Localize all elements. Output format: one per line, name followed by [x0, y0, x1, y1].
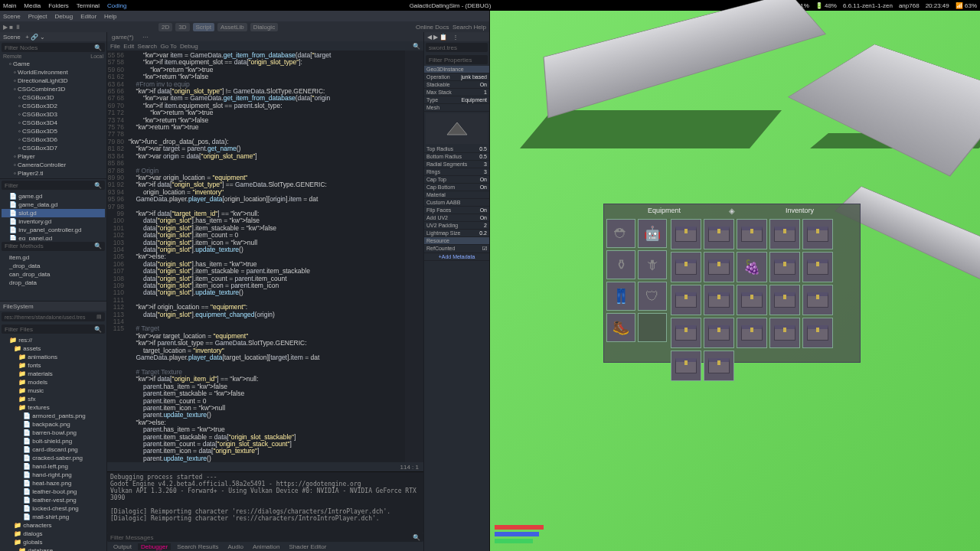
file-item[interactable]: 📄 leather-boot.png	[2, 487, 105, 496]
file-item[interactable]: 📄 mail-shirt.png	[2, 513, 105, 521]
script-tabs[interactable]: game(*)⋯	[107, 32, 423, 41]
scene-node[interactable]: ◦ Game	[2, 60, 105, 68]
inventory-slot[interactable]	[802, 318, 833, 348]
add-metadata-button[interactable]: + Add Metadata	[424, 253, 489, 261]
inspector-property[interactable]: Operationjunk based	[424, 73, 489, 81]
inspector-object[interactable]: sword.tres	[426, 43, 488, 52]
inventory-slot[interactable]	[802, 219, 833, 249]
scene-node[interactable]: ◦ CSGBox3D7	[2, 144, 105, 152]
inventory-slot[interactable]	[769, 285, 800, 315]
inspector-property[interactable]: Cap BottomOn	[424, 184, 489, 191]
file-item[interactable]: 📁 assets	[2, 344, 105, 353]
inventory-slot[interactable]	[704, 252, 734, 282]
equip-slot[interactable]: 🥾	[606, 313, 635, 342]
inspector-property[interactable]: Bottom Radius0.5	[424, 153, 489, 161]
scene-node[interactable]: ◦ CSGBox3D	[2, 93, 105, 102]
inspector-property[interactable]: Mesh	[424, 104, 489, 112]
running-game-window[interactable]: Equipment ◈ Inventory ⛑🤖⚱🗡👖🛡🥾 🍇	[490, 11, 980, 551]
scene-node[interactable]: ◦ Player2.tl	[2, 169, 105, 178]
inventory-slot[interactable]: 🍇	[737, 252, 767, 282]
minimap[interactable]	[405, 51, 423, 462]
equip-slot[interactable]: ⛑	[606, 219, 635, 248]
file-item[interactable]: 📁 models	[2, 378, 105, 386]
equip-slot[interactable]: 👖	[606, 282, 635, 311]
filter-nodes-input[interactable]: Filter Nodes🔍	[2, 43, 105, 52]
inventory-slot[interactable]	[704, 350, 734, 381]
help-links[interactable]: Online Docs Search Help	[416, 24, 486, 31]
file-item[interactable]: 📄 card-discard.png	[2, 445, 105, 454]
scene-node[interactable]: ◦ CSGCombiner3D	[2, 85, 105, 93]
file-item[interactable]: 📁 materials	[2, 370, 105, 378]
scene-node[interactable]: ◦ DirectionalLight3D	[2, 77, 105, 85]
equip-slot[interactable]: 🤖	[638, 219, 667, 248]
file-item[interactable]: 📁 dialogs	[2, 530, 105, 538]
inventory-slot[interactable]	[671, 318, 701, 348]
inventory-slot[interactable]	[802, 285, 833, 315]
equip-slot[interactable]: 🗡	[638, 250, 667, 279]
scene-node[interactable]: ◦ CSGBox3D2	[2, 102, 105, 110]
inspector-property[interactable]: Max Stack1	[424, 89, 489, 96]
script-item[interactable]: 📄 inventory.gd	[2, 217, 105, 226]
workspace-tabs[interactable]: 2D3DScriptAssetLibDialogic	[158, 23, 278, 31]
inspector-property[interactable]: Lightmap Size0.2	[424, 230, 489, 237]
file-item[interactable]: 📄 bolt-shield.png	[2, 437, 105, 445]
inspector-property[interactable]: StackableOn	[424, 81, 489, 89]
script-item[interactable]: 📄 slot.gd	[2, 209, 105, 217]
inspector-property[interactable]: Custom AABB	[424, 199, 489, 207]
scene-node[interactable]: ◦ WorldEnvironment	[2, 68, 105, 77]
scene-node[interactable]: ◦ CSGBox3D5	[2, 127, 105, 135]
file-item[interactable]: 📄 heat-haze.png	[2, 479, 105, 487]
method-list[interactable]: item.gd_drop_datacan_drop_datadrop_data	[0, 253, 106, 302]
inventory-slot[interactable]	[769, 318, 800, 348]
file-item[interactable]: 📄 backpack.png	[2, 420, 105, 429]
file-item[interactable]: 📄 locked-chest.png	[2, 504, 105, 513]
inventory-slot[interactable]	[769, 252, 800, 282]
fs-path[interactable]: res://themes/standalone/used.tres▤	[2, 312, 105, 321]
inspector-property[interactable]: UV2 Padding2	[424, 222, 489, 230]
inventory-slot[interactable]	[671, 252, 701, 282]
inventory-grid[interactable]: 🍇	[668, 217, 860, 383]
file-item[interactable]: 📄 cracked-saber.png	[2, 454, 105, 462]
inventory-slot[interactable]	[802, 252, 833, 282]
file-item[interactable]: 📁 music	[2, 386, 105, 395]
script-item[interactable]: 📄 inv_panel_controller.gd	[2, 226, 105, 234]
equip-slot[interactable]	[638, 313, 667, 342]
scene-node[interactable]: ◦ CSGBox3D4	[2, 119, 105, 127]
fs-filter-input[interactable]: Filter Files🔍	[2, 324, 105, 334]
scene-node[interactable]: ◦ Player	[2, 152, 105, 161]
inspector-property[interactable]: Cap TopOn	[424, 176, 489, 184]
inspector-property[interactable]: Radial Segments3	[424, 161, 489, 168]
file-item[interactable]: 📁 globals	[2, 538, 105, 546]
filter-methods-input[interactable]: Filter Methods🔍	[2, 242, 105, 251]
filter-scripts-input[interactable]: Filter🔍	[2, 181, 105, 190]
file-item[interactable]: 📁 animations	[2, 353, 105, 361]
file-item[interactable]: 📁 sfx	[2, 395, 105, 403]
filter-messages-input[interactable]: Filter Messages🔍	[107, 533, 423, 542]
equipment-grid[interactable]: ⛑🤖⚱🗡👖🛡🥾	[604, 217, 668, 383]
equip-slot[interactable]: ⚱	[606, 250, 635, 279]
file-item[interactable]: 📄 armored_pants.png	[2, 412, 105, 420]
run-buttons[interactable]: ▶ ■ ⏸	[3, 24, 21, 31]
inventory-slot[interactable]	[737, 285, 767, 315]
scene-node[interactable]: ◦ CSGBox3D3	[2, 110, 105, 119]
file-item[interactable]: 📁 characters	[2, 521, 105, 530]
scene-tree[interactable]: ◦ Game◦ WorldEnvironment◦ DirectionalLig…	[0, 59, 106, 178]
os-menu[interactable]: MainMediaFoldersTerminalCoding	[3, 2, 126, 9]
mesh-preview[interactable]	[426, 113, 488, 144]
output-panel[interactable]: Debugging process started ---Godot Engin…	[107, 471, 423, 533]
inspector-property[interactable]: Add UV2On	[424, 214, 489, 222]
script-item[interactable]: 📄 game_data.gd	[2, 201, 105, 209]
inventory-slot[interactable]	[671, 285, 701, 315]
file-item[interactable]: 📁 res://	[2, 336, 105, 344]
inventory-slot[interactable]	[704, 285, 734, 315]
inventory-slot[interactable]	[737, 318, 767, 348]
inventory-slot[interactable]	[704, 318, 734, 348]
file-tree[interactable]: 📁 res://📁 assets📁 animations📁 fonts📁 mat…	[0, 335, 106, 551]
file-item[interactable]: 📄 barren-bowl.png	[2, 429, 105, 437]
inventory-slot[interactable]	[671, 350, 701, 381]
file-item[interactable]: 📁 fonts	[2, 361, 105, 370]
inventory-slot[interactable]	[769, 219, 800, 249]
bottom-panel-tabs[interactable]: OutputDebuggerSearch ResultsAudioAnimati…	[107, 542, 423, 551]
inspector-property[interactable]: Material	[424, 191, 489, 199]
file-item[interactable]: 📁 database	[2, 546, 105, 551]
